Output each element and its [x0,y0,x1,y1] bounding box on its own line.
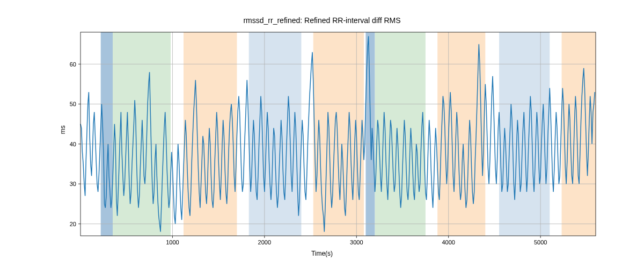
x-tick-label: 5000 [534,239,547,245]
chart-plot-area: 10002000300040005000 2030405060 [80,32,596,236]
chart-title: rmssd_rr_refined: Refined RR-interval di… [0,16,644,25]
x-tick-label: 1000 [166,239,179,245]
y-tick-label: 60 [70,61,76,68]
y-tick-label: 50 [70,101,76,107]
y-tick-label: 20 [70,221,76,227]
x-tick-label: 4000 [442,239,455,245]
y-axis-label: ms [59,125,67,134]
y-tick-label: 40 [70,141,76,147]
chart-band [562,32,596,236]
chart-band [184,32,237,236]
chart-svg: 10002000300040005000 2030405060 [80,32,596,236]
x-axis-label: Time(s) [0,250,644,257]
chart-band [249,32,302,236]
x-tick-label: 2000 [258,239,271,245]
x-tick-label: 3000 [350,239,363,245]
y-tick-label: 30 [70,181,76,187]
